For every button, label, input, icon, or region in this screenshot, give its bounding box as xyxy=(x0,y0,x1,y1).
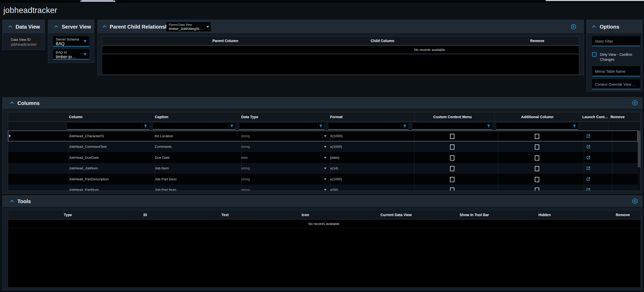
cell-caption[interactable]: Job Part Desc xyxy=(151,174,241,184)
additional-column-checkbox[interactable] xyxy=(535,177,539,182)
data-type-filter-input[interactable] xyxy=(239,123,318,130)
cell-column[interactable]: JobHead_CommentText xyxy=(65,141,155,152)
caption-filter-button[interactable] xyxy=(228,123,236,130)
data-type-header: Data Type xyxy=(238,112,330,121)
additional-column-filter-cell xyxy=(494,122,580,131)
custom-context-menu-filter-button[interactable] xyxy=(485,123,492,130)
additional-column-checkbox[interactable] xyxy=(535,166,539,171)
table-row[interactable]: JobHead_CommentText Comments string x(10… xyxy=(8,141,638,152)
additional-column-checkbox[interactable] xyxy=(535,134,539,139)
dropdown-caret-icon xyxy=(84,40,87,42)
scrollbar-thumb[interactable] xyxy=(638,131,640,167)
launch-icon[interactable] xyxy=(586,155,591,160)
type-header: Type xyxy=(60,210,144,219)
parent-data-view-dropdown[interactable]: Parent Data View timber_JobKittingSt… xyxy=(166,22,211,31)
additional-column-checkbox[interactable] xyxy=(535,144,539,150)
cell-column[interactable]: JobHead_DueDate xyxy=(65,152,155,163)
additional-column-checkbox[interactable] xyxy=(535,155,539,161)
launch-icon[interactable] xyxy=(586,144,591,149)
data-type-filter-button[interactable] xyxy=(317,123,324,130)
table-row[interactable]: JobHead_DueDate Due Date date {date} xyxy=(8,152,638,163)
chevron-up-icon[interactable] xyxy=(102,25,107,28)
custom-context-menu-checkbox[interactable] xyxy=(450,177,454,182)
custom-context-menu-checkbox[interactable] xyxy=(450,134,454,139)
cell-caption[interactable]: Comments xyxy=(151,141,241,152)
server-schema-dropdown[interactable]: Server Schema BAQ xyxy=(53,36,89,47)
row-gutter[interactable] xyxy=(8,152,69,163)
data-view-id-field: Data View ID jobheadtracker xyxy=(8,36,40,47)
chevron-up-icon[interactable] xyxy=(10,102,14,104)
tab-active-indicator[interactable] xyxy=(80,1,115,2)
cell-launch xyxy=(580,174,612,184)
chevron-up-icon[interactable] xyxy=(8,25,12,28)
cell-format[interactable]: x(14) xyxy=(327,163,414,174)
cell-caption[interactable]: Job Part Num xyxy=(151,184,241,191)
table-row[interactable]: JobHead_PartDescription Job Part Desc st… xyxy=(8,174,638,185)
additional-column-filter-button[interactable] xyxy=(571,123,578,130)
row-gutter[interactable] xyxy=(8,163,69,174)
cell-format[interactable]: x(1000) xyxy=(327,174,414,184)
launch-icon[interactable] xyxy=(586,166,591,171)
cell-column[interactable]: JobHead_JobNum xyxy=(65,163,155,174)
cell-launch xyxy=(580,131,612,141)
add-column-button[interactable] xyxy=(632,100,638,106)
cell-caption[interactable]: Job Num xyxy=(151,163,241,174)
additional-column-filter-input[interactable] xyxy=(496,123,571,130)
cell-format[interactable]: x(50) xyxy=(327,184,414,191)
launch-icon[interactable] xyxy=(586,187,591,191)
row-gutter[interactable] xyxy=(8,174,69,184)
chevron-up-icon[interactable] xyxy=(592,25,596,28)
cell-caption[interactable]: Kit Location xyxy=(151,131,241,141)
add-tool-button[interactable] xyxy=(632,198,638,204)
cell-data-type-dropdown[interactable]: string xyxy=(238,174,330,184)
columns-grid-scrollbar[interactable] xyxy=(638,131,640,191)
row-gutter[interactable] xyxy=(8,141,69,152)
custom-context-menu-header: Custom Context Menu xyxy=(411,112,495,121)
format-filter-input[interactable] xyxy=(328,123,402,130)
caption-filter-input[interactable] xyxy=(153,123,229,130)
row-gutter[interactable] xyxy=(8,184,69,191)
add-relationship-button[interactable] xyxy=(571,24,576,30)
cell-format[interactable]: X(1000) xyxy=(327,131,414,141)
custom-context-menu-checkbox[interactable] xyxy=(450,155,454,161)
memo-table-name-input[interactable]: Memo Table Name xyxy=(592,66,640,77)
custom-context-menu-checkbox[interactable] xyxy=(450,188,454,191)
chevron-up-icon[interactable] xyxy=(10,200,14,202)
cell-caption[interactable]: Due Date xyxy=(151,152,241,163)
baq-id-dropdown[interactable]: BAQ Id timber-jo… xyxy=(53,49,89,59)
dirty-view-checkbox[interactable] xyxy=(592,52,597,57)
custom-context-menu-filter-input[interactable] xyxy=(412,123,486,130)
cell-column[interactable]: JobHead_Character01 xyxy=(65,131,155,141)
cell-format[interactable]: {date} xyxy=(327,152,414,163)
table-row[interactable]: JobHead_JobNum Job Num string x(14) xyxy=(8,163,638,174)
table-row[interactable]: JobHead_Character01 Kit Location string … xyxy=(8,131,638,142)
cell-format[interactable]: x(1000) xyxy=(327,141,414,152)
server-view-panel-header: Server View xyxy=(48,20,94,34)
cell-data-type-dropdown[interactable]: string xyxy=(238,131,330,141)
context-override-input[interactable]: Context Override View N… xyxy=(592,79,640,90)
cell-data-type-dropdown[interactable]: string xyxy=(238,141,330,152)
cell-data-type-dropdown[interactable]: string xyxy=(238,184,330,191)
static-filter-input[interactable]: Static Filter xyxy=(592,36,640,47)
cell-column[interactable]: JobHead_PartNum xyxy=(65,184,155,191)
table-row[interactable]: JobHead_PartNum Job Part Num string x(50… xyxy=(8,184,638,191)
options-panel: Options Static Filter Dirty View - Confi… xyxy=(586,20,642,91)
additional-column-checkbox[interactable] xyxy=(535,188,539,191)
column-filter-input[interactable] xyxy=(67,123,142,130)
cell-data-type-dropdown[interactable]: string xyxy=(238,163,330,174)
chevron-up-icon[interactable] xyxy=(54,25,58,28)
format-filter-button[interactable] xyxy=(401,123,408,130)
launch-icon[interactable] xyxy=(586,134,591,138)
dropdown-caret-icon xyxy=(324,157,327,158)
custom-context-menu-checkbox[interactable] xyxy=(450,166,454,171)
data-type-filter-cell xyxy=(238,122,327,131)
column-filter-button[interactable] xyxy=(142,123,149,130)
custom-context-menu-checkbox[interactable] xyxy=(450,144,454,150)
parent-data-view-label: Parent Data View xyxy=(169,23,192,26)
row-gutter[interactable] xyxy=(8,131,69,141)
cell-custom-context-menu xyxy=(411,184,498,191)
cell-data-type-dropdown[interactable]: date xyxy=(238,152,330,163)
cell-column[interactable]: JobHead_PartDescription xyxy=(65,174,155,184)
cell-remove xyxy=(608,163,638,174)
launch-icon[interactable] xyxy=(586,177,591,182)
